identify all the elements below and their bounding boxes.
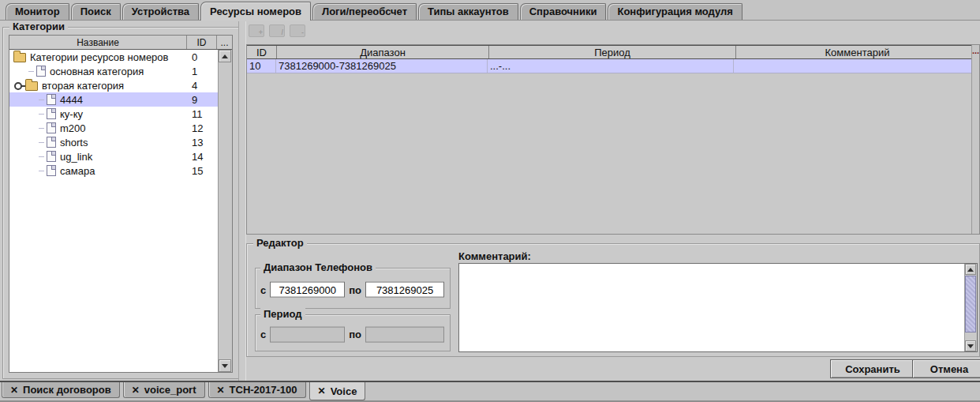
bottom-tab-voice_port[interactable]: ✕voice_port xyxy=(123,382,205,398)
folder-icon xyxy=(13,53,26,62)
column-chooser-corner[interactable]: ... xyxy=(972,47,979,55)
tree-item-label: ug_link xyxy=(56,151,192,163)
tree-connector xyxy=(39,100,44,100)
phone-to-input[interactable] xyxy=(365,282,444,298)
close-icon[interactable]: ✕ xyxy=(217,385,225,395)
tree-item-id: 12 xyxy=(192,122,219,134)
tab-Монитор[interactable]: Монитор xyxy=(6,3,69,20)
tab-Устройства[interactable]: Устройства xyxy=(122,3,199,20)
tree-item-label: 4444 xyxy=(56,94,192,106)
arrow-up-icon xyxy=(967,268,974,272)
bottom-tab-ТСН-2017-100[interactable]: ✕ТСН-2017-100 xyxy=(208,382,306,398)
expand-handle-icon[interactable] xyxy=(13,81,25,90)
cell-period: ...-... xyxy=(488,59,734,73)
tree-row[interactable]: основная категория1 xyxy=(9,64,219,78)
tree-item-label: самара xyxy=(56,165,192,177)
comment-box xyxy=(458,263,978,352)
tree-row[interactable]: 44449 xyxy=(9,92,219,107)
tab-Справочники[interactable]: Справочники xyxy=(520,3,607,20)
bottom-tab-Voice[interactable]: ✕Voice xyxy=(309,382,366,400)
comment-textarea[interactable] xyxy=(459,264,965,351)
tree-item-label: shorts xyxy=(56,137,192,148)
top-tab-bar: МониторПоискУстройстваРесурсы номеровЛог… xyxy=(0,0,980,21)
column-header-ID[interactable]: ID xyxy=(247,46,277,58)
period-to-input[interactable] xyxy=(365,326,444,342)
cell-range: 7381269000-7381269025 xyxy=(276,59,488,73)
file-icon xyxy=(47,165,56,176)
tree-header-name[interactable]: Название xyxy=(9,36,187,49)
editor-panel: Редактор Диапазон Телефонов с по Период … xyxy=(246,243,980,357)
close-icon[interactable]: ✕ xyxy=(318,386,326,396)
bottom-tab-Поиск договоров[interactable]: ✕Поиск договоров xyxy=(2,382,120,398)
arrow-down-icon xyxy=(967,344,974,348)
tree-header-id[interactable]: ID xyxy=(187,36,217,49)
period-title: Период xyxy=(260,308,305,320)
file-icon xyxy=(47,122,56,133)
save-button[interactable]: Сохранить xyxy=(830,359,915,378)
tree-row[interactable]: shorts13 xyxy=(9,135,219,149)
scroll-up-button[interactable] xyxy=(965,264,976,275)
panel-splitter[interactable] xyxy=(238,21,246,381)
tab-Ресурсы номеров[interactable]: Ресурсы номеров xyxy=(200,2,311,21)
column-header-Комментарий[interactable]: Комментарий xyxy=(736,46,979,58)
phone-to-label: по xyxy=(349,284,361,295)
tree-row[interactable]: ку-ку11 xyxy=(9,107,219,121)
tree-item-id: 11 xyxy=(192,108,219,120)
edit-button[interactable]: / xyxy=(269,24,285,37)
cancel-button[interactable]: Отмена xyxy=(912,359,980,378)
bottom-tab-bar: ✕Поиск договоров✕voice_port✕ТСН-2017-100… xyxy=(0,381,980,402)
tree-row[interactable]: самара15 xyxy=(9,163,219,178)
tree-item-id: 9 xyxy=(192,94,219,106)
table-row[interactable]: 107381269000-7381269025...-... xyxy=(247,59,979,73)
close-icon[interactable]: ✕ xyxy=(10,385,18,395)
tree-row[interactable]: m20012 xyxy=(9,121,219,135)
ranges-table-scrollbar[interactable]: ... xyxy=(971,45,979,234)
period-from-input[interactable] xyxy=(270,326,345,342)
categories-panel-title: Категории xyxy=(9,21,68,32)
categories-panel: Категории Название ID ... Категории ресу… xyxy=(2,27,239,379)
scrollbar-thumb[interactable] xyxy=(965,276,976,332)
tree-item-label: Категории ресурсов номеров xyxy=(26,51,192,63)
scroll-down-button[interactable] xyxy=(965,340,976,351)
tree-connector xyxy=(39,128,44,129)
phone-from-input[interactable] xyxy=(270,282,345,298)
tree-item-label: m200 xyxy=(56,122,192,134)
tree-header-more[interactable]: ... xyxy=(217,36,232,49)
range-toolbar: +/- xyxy=(249,24,305,37)
tree-item-label: вторая категория xyxy=(38,80,192,92)
comment-scrollbar[interactable] xyxy=(964,264,977,351)
tab-Логи/переобсчет[interactable]: Логи/переобсчет xyxy=(312,3,417,20)
add-button-icon: + xyxy=(259,29,263,36)
tree-item-id: 1 xyxy=(192,66,219,77)
delete-button[interactable]: - xyxy=(290,24,305,37)
tab-Типы аккаунтов[interactable]: Типы аккаунтов xyxy=(418,3,518,20)
add-button[interactable]: + xyxy=(249,24,264,37)
tree-row[interactable]: Категории ресурсов номеров0 xyxy=(9,50,219,64)
tab-Конфигурация модуля[interactable]: Конфигурация модуля xyxy=(608,3,742,20)
arrow-down-icon xyxy=(222,364,228,368)
close-icon[interactable]: ✕ xyxy=(132,385,140,395)
tree-row[interactable]: ug_link14 xyxy=(9,149,219,163)
column-header-Период[interactable]: Период xyxy=(489,46,736,58)
scroll-down-button[interactable] xyxy=(219,359,231,372)
file-icon xyxy=(47,137,56,148)
phone-range-title: Диапазон Телефонов xyxy=(260,261,376,273)
tree-row[interactable]: вторая категория4 xyxy=(9,78,219,92)
tree-connector xyxy=(39,142,44,143)
column-header-Диапазон[interactable]: Диапазон xyxy=(277,46,489,58)
arrow-up-icon xyxy=(222,54,228,58)
file-icon xyxy=(36,66,46,77)
tab-Поиск[interactable]: Поиск xyxy=(71,3,121,20)
tree-item-id: 15 xyxy=(192,165,219,177)
scroll-up-button[interactable] xyxy=(219,50,231,62)
tree-scrollbar[interactable] xyxy=(218,50,232,372)
comment-label: Комментарий: xyxy=(458,250,531,262)
period-from-label: с xyxy=(260,329,266,340)
bottom-tab-label: ТСН-2017-100 xyxy=(230,382,297,397)
delete-button-icon: - xyxy=(301,29,304,36)
bottom-tab-label: Voice xyxy=(331,384,357,399)
phone-range-group: Диапазон Телефонов с по xyxy=(255,268,451,309)
tree-item-id: 13 xyxy=(192,137,219,148)
tree-item-label: основная категория xyxy=(46,66,192,77)
period-group: Период с по xyxy=(255,314,451,351)
